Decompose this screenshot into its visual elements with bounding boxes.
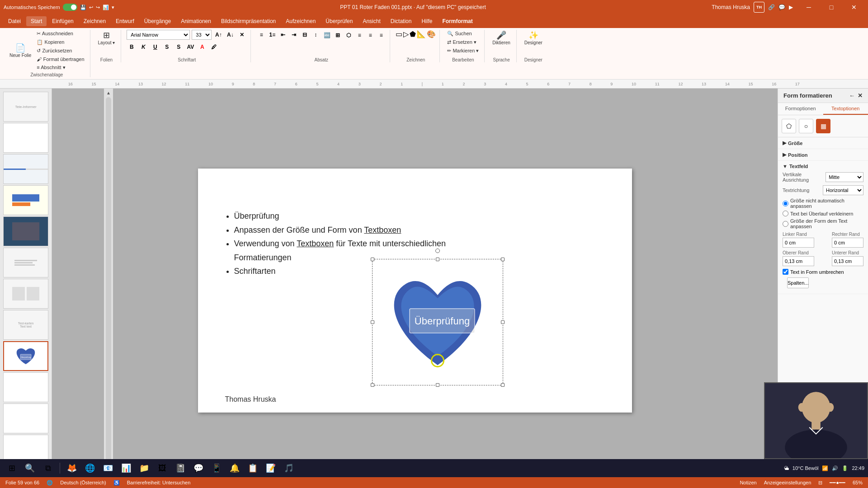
slide-thumb-52[interactable]: 52 — [3, 123, 48, 153]
panel-close-icon[interactable]: ✕ — [858, 92, 863, 99]
app-powerpoint[interactable]: 📊 — [118, 460, 134, 476]
display-settings-button[interactable]: Anzeigeeinstellungen — [764, 480, 811, 485]
menu-hilfe[interactable]: Hilfe — [417, 16, 437, 26]
share-icon[interactable]: 🔗 — [768, 4, 775, 10]
app-mail[interactable]: 📧 — [100, 460, 116, 476]
align-text-button[interactable]: ⊞ — [333, 30, 343, 40]
position-title[interactable]: ▶ Position — [783, 152, 863, 158]
columns-button[interactable]: ⊟ — [300, 30, 310, 40]
abschnitt-button[interactable]: ≡ Abschnitt ▾ — [35, 64, 86, 71]
panel-icon-pentagon[interactable]: ⬠ — [782, 119, 796, 133]
battery-icon[interactable]: 🔋 — [842, 465, 848, 471]
undo-icon[interactable]: ↩ — [89, 5, 93, 10]
char-spacing-button[interactable]: AV — [185, 42, 195, 52]
spalten-button[interactable]: Spalten... — [787, 277, 809, 288]
app-chrome[interactable]: 🌐 — [82, 460, 98, 476]
present-icon[interactable]: ▶ — [789, 4, 793, 10]
markieren-button[interactable]: ✏ Markieren ▾ — [445, 47, 481, 55]
linker-rand-input[interactable] — [783, 238, 814, 248]
start-button[interactable]: ⊞ — [4, 460, 20, 476]
slide-thumb-57[interactable]: 57 — [3, 279, 48, 309]
strikethrough-button[interactable]: S — [162, 42, 172, 52]
slide-thumb-53[interactable]: 53 — [3, 154, 48, 184]
font-color-button[interactable]: A — [197, 42, 207, 52]
comment-icon[interactable]: 💬 — [778, 4, 785, 10]
radio-keine-anpassung[interactable]: Größe nicht automatisch anpassen — [783, 198, 863, 209]
suchen-button[interactable]: 🔍 Suchen — [445, 30, 473, 38]
italic-button[interactable]: K — [138, 42, 148, 52]
handle-middle-left[interactable] — [371, 320, 374, 324]
search-button[interactable]: 🔍 — [22, 460, 38, 476]
menu-aufzeichnen[interactable]: Aufzeichnen — [281, 16, 320, 26]
app-photos[interactable]: 🖼 — [154, 460, 170, 476]
diktieren-button[interactable]: 🎤 Diktieren — [490, 30, 512, 47]
app-files[interactable]: 📁 — [136, 460, 152, 476]
handle-middle-right[interactable] — [501, 320, 505, 324]
numbering-button[interactable]: 1≡ — [267, 30, 277, 40]
smartart-button[interactable]: ⬡ — [344, 30, 354, 40]
slide-thumb-51[interactable]: 51 Tele-Informer — [3, 92, 48, 122]
font-family-select[interactable]: Arial Narrow — [127, 30, 190, 40]
slide-thumb-54[interactable]: 54 — [3, 185, 48, 215]
neue-folie-button[interactable]: 📄 Neue Folie — [7, 42, 33, 59]
ersetzen-button[interactable]: ⇄ Ersetzen ▾ — [445, 38, 478, 46]
menu-uebergaenge[interactable]: Übergänge — [140, 16, 175, 26]
indent-increase-button[interactable]: ⇥ — [289, 30, 299, 40]
slide-thumb-58[interactable]: 58 Test-kartenText text — [3, 310, 48, 340]
handle-bottom-middle[interactable] — [436, 383, 439, 387]
ausschneiden-button[interactable]: ✂ Ausschneiden — [35, 30, 86, 38]
decrease-font-button[interactable]: A↓ — [225, 30, 235, 40]
app-word[interactable]: 📝 — [263, 460, 279, 476]
align-center-button[interactable]: ≡ — [365, 30, 375, 40]
indent-decrease-button[interactable]: ⇤ — [278, 30, 288, 40]
align-right-button[interactable]: ≡ — [376, 30, 386, 40]
save-icon[interactable]: 💾 — [80, 5, 86, 10]
shape-icon-3[interactable]: ⬟ — [410, 30, 416, 38]
app-misc4[interactable]: 🎵 — [281, 460, 297, 476]
slide-thumb-60[interactable]: 60 — [3, 372, 48, 402]
network-icon[interactable]: 📶 — [822, 465, 828, 471]
menu-bildschirm[interactable]: Bildschirmpräsentation — [217, 16, 280, 26]
vertical-scroll[interactable]: ▲ ▼ — [104, 89, 113, 488]
textfeld-title[interactable]: ▼ Textfeld — [783, 164, 863, 169]
menu-animationen[interactable]: Animationen — [176, 16, 216, 26]
shape-icon-1[interactable]: ▭ — [396, 30, 402, 38]
handle-top-right[interactable] — [501, 258, 505, 261]
rechter-rand-input[interactable] — [832, 238, 863, 248]
minimize-button[interactable]: ─ — [798, 0, 819, 14]
tab-formoptionen[interactable]: Formoptionen — [778, 103, 823, 115]
menu-zeichnen[interactable]: Zeichnen — [79, 16, 110, 26]
align-left-button[interactable]: ≡ — [354, 30, 364, 40]
underline-button[interactable]: U — [150, 42, 160, 52]
format-uebertragen-button[interactable]: 🖌 Format übertragen — [35, 56, 86, 63]
radio-form-anpassen[interactable]: Größe der Form dem Text anpassen — [783, 218, 863, 229]
font-size-select[interactable]: 33 — [192, 30, 212, 40]
notes-button[interactable]: Notizen — [740, 480, 756, 485]
taskview-button[interactable]: ⧉ — [40, 460, 56, 476]
radio-verkleinern[interactable]: Text bei Überlauf verkleinern — [783, 211, 863, 216]
menu-start[interactable]: Start — [26, 16, 47, 26]
unterer-rand-input[interactable] — [832, 256, 863, 266]
panel-collapse-icon[interactable]: ← — [849, 92, 855, 99]
app-firefox[interactable]: 🦊 — [64, 460, 80, 476]
shadow-button[interactable]: S — [174, 42, 184, 52]
shape-icon-2[interactable]: ▷ — [403, 30, 409, 38]
umbrechen-checkbox[interactable]: Text in Form umbrechen — [783, 269, 863, 275]
menu-ansicht[interactable]: Ansicht — [358, 16, 385, 26]
text-direction-button[interactable]: 🔤 — [322, 30, 332, 40]
tab-textoptionen[interactable]: Textoptionen — [823, 103, 868, 115]
linespacing-button[interactable]: ↕ — [311, 30, 321, 40]
app-misc3[interactable]: 📋 — [245, 460, 261, 476]
kopieren-button[interactable]: 📋 Kopieren — [35, 38, 86, 46]
handle-bottom-right[interactable] — [501, 383, 505, 387]
textrichtung-select[interactable]: Horizontal Vertikal — [823, 185, 863, 195]
app-onenote[interactable]: 📓 — [172, 460, 189, 476]
volume-icon[interactable]: 🔊 — [832, 465, 838, 471]
slide-thumb-55[interactable]: 55 — [3, 216, 48, 246]
menu-einfuegen[interactable]: Einfügen — [47, 16, 78, 26]
panel-icon-circle[interactable]: ○ — [799, 119, 813, 133]
slide-thumb-56[interactable]: 56 — [3, 248, 48, 277]
bullets-button[interactable]: ≡ — [256, 30, 266, 40]
handle-bottom-left[interactable] — [371, 383, 374, 387]
menu-datei[interactable]: Datei — [4, 16, 25, 26]
